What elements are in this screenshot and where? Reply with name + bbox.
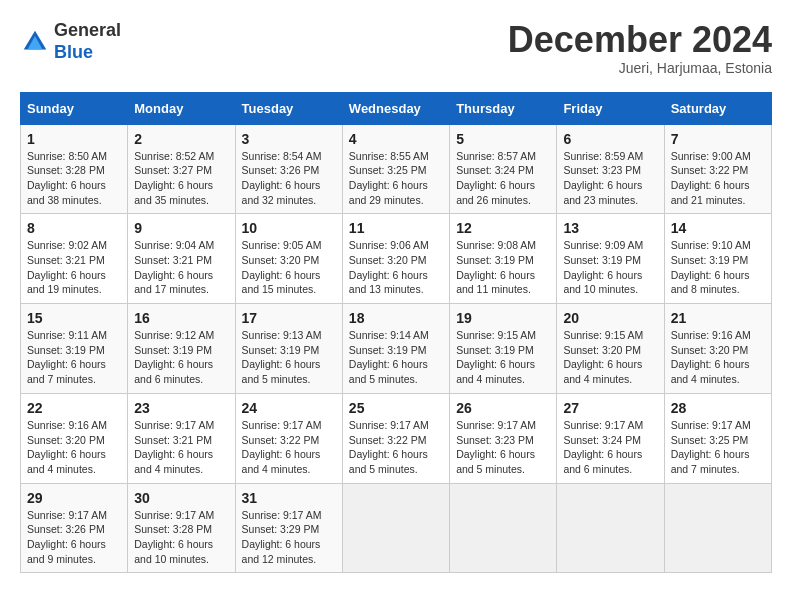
day-number: 27 bbox=[563, 400, 657, 416]
weekday-header: Tuesday bbox=[235, 92, 342, 124]
day-number: 23 bbox=[134, 400, 228, 416]
day-info: Sunrise: 9:17 AM Sunset: 3:26 PM Dayligh… bbox=[27, 508, 121, 567]
day-number: 3 bbox=[242, 131, 336, 147]
logo-icon bbox=[20, 27, 50, 57]
location-subtitle: Jueri, Harjumaa, Estonia bbox=[508, 60, 772, 76]
calendar-cell: 2Sunrise: 8:52 AM Sunset: 3:27 PM Daylig… bbox=[128, 124, 235, 214]
day-info: Sunrise: 9:16 AM Sunset: 3:20 PM Dayligh… bbox=[671, 328, 765, 387]
calendar-cell bbox=[342, 483, 449, 573]
day-number: 9 bbox=[134, 220, 228, 236]
day-info: Sunrise: 9:02 AM Sunset: 3:21 PM Dayligh… bbox=[27, 238, 121, 297]
day-number: 17 bbox=[242, 310, 336, 326]
day-number: 12 bbox=[456, 220, 550, 236]
day-info: Sunrise: 9:00 AM Sunset: 3:22 PM Dayligh… bbox=[671, 149, 765, 208]
calendar-cell: 9Sunrise: 9:04 AM Sunset: 3:21 PM Daylig… bbox=[128, 214, 235, 304]
logo: General Blue bbox=[20, 20, 121, 63]
day-number: 11 bbox=[349, 220, 443, 236]
page-header: General Blue December 2024 Jueri, Harjum… bbox=[20, 20, 772, 76]
day-number: 22 bbox=[27, 400, 121, 416]
weekday-header: Sunday bbox=[21, 92, 128, 124]
day-info: Sunrise: 9:04 AM Sunset: 3:21 PM Dayligh… bbox=[134, 238, 228, 297]
day-info: Sunrise: 8:55 AM Sunset: 3:25 PM Dayligh… bbox=[349, 149, 443, 208]
day-info: Sunrise: 8:52 AM Sunset: 3:27 PM Dayligh… bbox=[134, 149, 228, 208]
calendar-cell: 27Sunrise: 9:17 AM Sunset: 3:24 PM Dayli… bbox=[557, 393, 664, 483]
day-number: 7 bbox=[671, 131, 765, 147]
calendar-cell: 21Sunrise: 9:16 AM Sunset: 3:20 PM Dayli… bbox=[664, 304, 771, 394]
day-info: Sunrise: 9:09 AM Sunset: 3:19 PM Dayligh… bbox=[563, 238, 657, 297]
day-number: 4 bbox=[349, 131, 443, 147]
calendar-cell bbox=[450, 483, 557, 573]
day-info: Sunrise: 9:05 AM Sunset: 3:20 PM Dayligh… bbox=[242, 238, 336, 297]
day-info: Sunrise: 9:17 AM Sunset: 3:25 PM Dayligh… bbox=[671, 418, 765, 477]
day-number: 6 bbox=[563, 131, 657, 147]
day-number: 30 bbox=[134, 490, 228, 506]
calendar-cell: 6Sunrise: 8:59 AM Sunset: 3:23 PM Daylig… bbox=[557, 124, 664, 214]
weekday-header: Wednesday bbox=[342, 92, 449, 124]
day-number: 21 bbox=[671, 310, 765, 326]
calendar-cell: 10Sunrise: 9:05 AM Sunset: 3:20 PM Dayli… bbox=[235, 214, 342, 304]
weekday-header: Thursday bbox=[450, 92, 557, 124]
calendar-cell bbox=[557, 483, 664, 573]
day-info: Sunrise: 8:54 AM Sunset: 3:26 PM Dayligh… bbox=[242, 149, 336, 208]
day-number: 18 bbox=[349, 310, 443, 326]
day-info: Sunrise: 9:17 AM Sunset: 3:24 PM Dayligh… bbox=[563, 418, 657, 477]
day-info: Sunrise: 8:59 AM Sunset: 3:23 PM Dayligh… bbox=[563, 149, 657, 208]
day-info: Sunrise: 9:14 AM Sunset: 3:19 PM Dayligh… bbox=[349, 328, 443, 387]
calendar-cell: 4Sunrise: 8:55 AM Sunset: 3:25 PM Daylig… bbox=[342, 124, 449, 214]
day-info: Sunrise: 9:17 AM Sunset: 3:22 PM Dayligh… bbox=[349, 418, 443, 477]
calendar-cell: 31Sunrise: 9:17 AM Sunset: 3:29 PM Dayli… bbox=[235, 483, 342, 573]
calendar-cell: 7Sunrise: 9:00 AM Sunset: 3:22 PM Daylig… bbox=[664, 124, 771, 214]
calendar-week-row: 15Sunrise: 9:11 AM Sunset: 3:19 PM Dayli… bbox=[21, 304, 772, 394]
day-info: Sunrise: 9:12 AM Sunset: 3:19 PM Dayligh… bbox=[134, 328, 228, 387]
calendar-table: SundayMondayTuesdayWednesdayThursdayFrid… bbox=[20, 92, 772, 574]
day-number: 31 bbox=[242, 490, 336, 506]
calendar-cell bbox=[664, 483, 771, 573]
calendar-cell: 23Sunrise: 9:17 AM Sunset: 3:21 PM Dayli… bbox=[128, 393, 235, 483]
logo-text: General Blue bbox=[54, 20, 121, 63]
calendar-week-row: 22Sunrise: 9:16 AM Sunset: 3:20 PM Dayli… bbox=[21, 393, 772, 483]
day-info: Sunrise: 9:17 AM Sunset: 3:28 PM Dayligh… bbox=[134, 508, 228, 567]
day-number: 1 bbox=[27, 131, 121, 147]
day-number: 15 bbox=[27, 310, 121, 326]
calendar-cell: 3Sunrise: 8:54 AM Sunset: 3:26 PM Daylig… bbox=[235, 124, 342, 214]
calendar-cell: 16Sunrise: 9:12 AM Sunset: 3:19 PM Dayli… bbox=[128, 304, 235, 394]
day-number: 20 bbox=[563, 310, 657, 326]
calendar-cell: 12Sunrise: 9:08 AM Sunset: 3:19 PM Dayli… bbox=[450, 214, 557, 304]
day-number: 14 bbox=[671, 220, 765, 236]
day-number: 10 bbox=[242, 220, 336, 236]
calendar-week-row: 8Sunrise: 9:02 AM Sunset: 3:21 PM Daylig… bbox=[21, 214, 772, 304]
calendar-cell: 25Sunrise: 9:17 AM Sunset: 3:22 PM Dayli… bbox=[342, 393, 449, 483]
calendar-cell: 1Sunrise: 8:50 AM Sunset: 3:28 PM Daylig… bbox=[21, 124, 128, 214]
day-number: 16 bbox=[134, 310, 228, 326]
calendar-week-row: 29Sunrise: 9:17 AM Sunset: 3:26 PM Dayli… bbox=[21, 483, 772, 573]
month-title: December 2024 bbox=[508, 20, 772, 60]
day-number: 26 bbox=[456, 400, 550, 416]
day-info: Sunrise: 9:08 AM Sunset: 3:19 PM Dayligh… bbox=[456, 238, 550, 297]
calendar-cell: 28Sunrise: 9:17 AM Sunset: 3:25 PM Dayli… bbox=[664, 393, 771, 483]
day-info: Sunrise: 9:16 AM Sunset: 3:20 PM Dayligh… bbox=[27, 418, 121, 477]
day-info: Sunrise: 9:17 AM Sunset: 3:23 PM Dayligh… bbox=[456, 418, 550, 477]
day-number: 28 bbox=[671, 400, 765, 416]
calendar-header-row: SundayMondayTuesdayWednesdayThursdayFrid… bbox=[21, 92, 772, 124]
calendar-cell: 11Sunrise: 9:06 AM Sunset: 3:20 PM Dayli… bbox=[342, 214, 449, 304]
day-number: 13 bbox=[563, 220, 657, 236]
weekday-header: Friday bbox=[557, 92, 664, 124]
day-number: 5 bbox=[456, 131, 550, 147]
calendar-cell: 14Sunrise: 9:10 AM Sunset: 3:19 PM Dayli… bbox=[664, 214, 771, 304]
day-info: Sunrise: 8:50 AM Sunset: 3:28 PM Dayligh… bbox=[27, 149, 121, 208]
weekday-header: Monday bbox=[128, 92, 235, 124]
calendar-cell: 22Sunrise: 9:16 AM Sunset: 3:20 PM Dayli… bbox=[21, 393, 128, 483]
day-info: Sunrise: 9:15 AM Sunset: 3:19 PM Dayligh… bbox=[456, 328, 550, 387]
day-info: Sunrise: 9:10 AM Sunset: 3:19 PM Dayligh… bbox=[671, 238, 765, 297]
day-info: Sunrise: 8:57 AM Sunset: 3:24 PM Dayligh… bbox=[456, 149, 550, 208]
day-info: Sunrise: 9:11 AM Sunset: 3:19 PM Dayligh… bbox=[27, 328, 121, 387]
day-number: 25 bbox=[349, 400, 443, 416]
calendar-cell: 5Sunrise: 8:57 AM Sunset: 3:24 PM Daylig… bbox=[450, 124, 557, 214]
calendar-cell: 20Sunrise: 9:15 AM Sunset: 3:20 PM Dayli… bbox=[557, 304, 664, 394]
calendar-cell: 30Sunrise: 9:17 AM Sunset: 3:28 PM Dayli… bbox=[128, 483, 235, 573]
logo-general: General bbox=[54, 20, 121, 42]
day-number: 8 bbox=[27, 220, 121, 236]
day-number: 2 bbox=[134, 131, 228, 147]
title-area: December 2024 Jueri, Harjumaa, Estonia bbox=[508, 20, 772, 76]
day-info: Sunrise: 9:06 AM Sunset: 3:20 PM Dayligh… bbox=[349, 238, 443, 297]
